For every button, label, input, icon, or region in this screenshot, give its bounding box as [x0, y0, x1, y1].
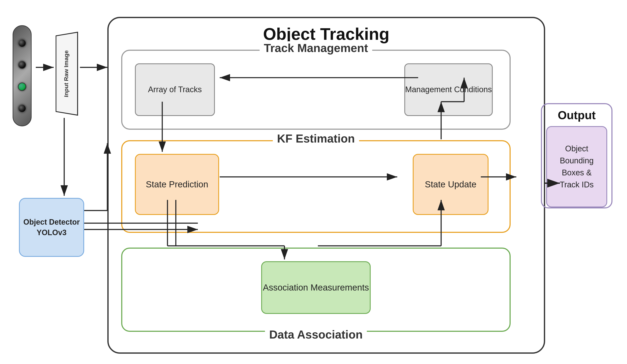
camera-lens-bottom: [18, 104, 26, 113]
output-content-box: Object Bounding Boxes & Track IDs: [546, 126, 607, 207]
association-measurements-box: Association Measurements: [261, 261, 371, 314]
state-update-text: State Update: [425, 178, 476, 191]
camera-device: [13, 25, 36, 131]
image-card: Input Raw Image: [55, 32, 78, 116]
object-detector-box: Object Detector YOLOv3: [19, 198, 84, 257]
track-management-label: Track Management: [260, 41, 372, 55]
main-container: Object Tracking Track Management Array o…: [107, 17, 545, 354]
management-conditions-box: Management Conditions: [404, 63, 493, 116]
array-tracks-box: Array of Tracks: [135, 63, 215, 116]
input-image-panel: Input Raw Image: [55, 34, 82, 118]
array-tracks-text: Array of Tracks: [148, 84, 202, 95]
association-measurements-text: Association Measurements: [263, 281, 369, 294]
object-detector-label: Object Detector YOLOv3: [20, 217, 83, 238]
state-prediction-box: State Prediction: [135, 154, 219, 215]
management-conditions-text: Management Conditions: [405, 84, 492, 95]
camera-lens-middle: [18, 61, 26, 69]
camera-lens-green: [18, 83, 26, 91]
main-title: Object Tracking: [108, 24, 544, 44]
output-content-text: Object Bounding Boxes & Track IDs: [551, 143, 602, 191]
state-prediction-text: State Prediction: [146, 178, 208, 191]
input-image-label: Input Raw Image: [63, 50, 70, 98]
kf-estimation-box: KF Estimation State Prediction State Upd…: [121, 140, 511, 233]
data-association-box: Data Association Association Measurement…: [121, 248, 511, 332]
camera-lens-top: [18, 39, 26, 47]
diagram-container: Input Raw Image Object Detector YOLOv3 O…: [8, 8, 619, 356]
camera-body: [13, 25, 32, 126]
kf-estimation-label: KF Estimation: [273, 132, 359, 145]
output-box: Output Object Bounding Boxes & Track IDs: [541, 103, 613, 208]
track-management-box: Track Management Array of Tracks Managem…: [121, 50, 511, 130]
data-association-label: Data Association: [265, 328, 367, 341]
state-update-box: State Update: [413, 154, 488, 215]
output-title: Output: [558, 108, 596, 122]
